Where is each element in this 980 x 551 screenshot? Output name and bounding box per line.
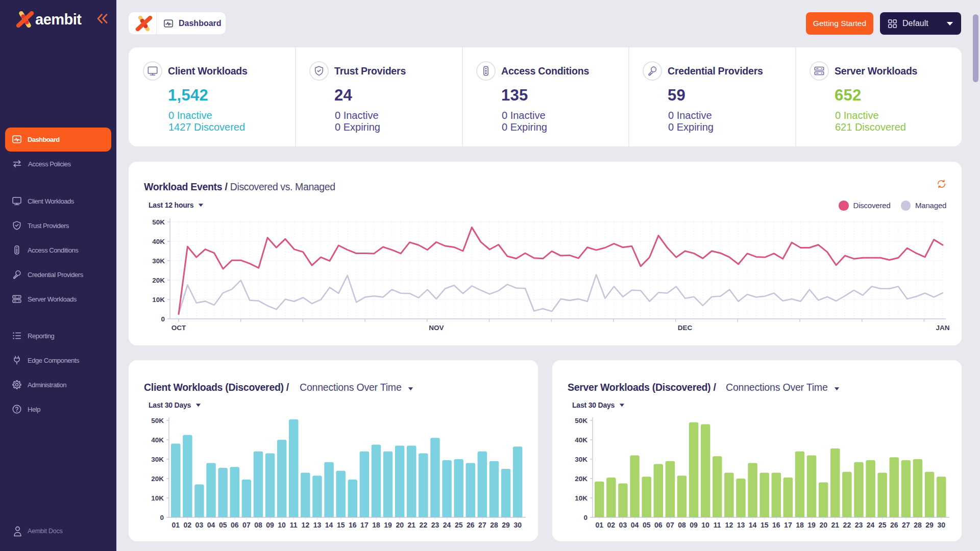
svg-text:10: 10 (278, 521, 286, 529)
svg-text:OCT: OCT (172, 324, 186, 332)
svg-text:06: 06 (654, 521, 663, 529)
svg-text:22: 22 (420, 521, 428, 529)
svg-text:29: 29 (925, 521, 934, 529)
svg-text:30: 30 (937, 521, 945, 529)
svg-text:19: 19 (384, 521, 392, 529)
svg-text:08: 08 (678, 521, 686, 529)
svg-text:27: 27 (902, 521, 910, 529)
svg-text:20K: 20K (151, 475, 164, 483)
svg-text:27: 27 (478, 521, 486, 529)
svg-text:40K: 40K (151, 436, 164, 444)
svg-text:10K: 10K (575, 494, 587, 502)
svg-text:25: 25 (878, 521, 887, 529)
svg-text:26: 26 (467, 521, 475, 529)
svg-text:10K: 10K (152, 296, 165, 304)
svg-text:24: 24 (867, 521, 875, 529)
svg-text:05: 05 (643, 521, 651, 529)
svg-text:01: 01 (172, 521, 180, 529)
svg-text:14: 14 (325, 521, 333, 529)
svg-text:04: 04 (207, 521, 215, 529)
svg-text:07: 07 (242, 521, 251, 529)
svg-text:13: 13 (737, 521, 745, 529)
svg-text:14: 14 (749, 521, 757, 529)
svg-text:24: 24 (443, 521, 451, 529)
svg-text:21: 21 (831, 521, 839, 529)
svg-text:03: 03 (619, 521, 627, 529)
svg-text:10: 10 (701, 521, 709, 529)
svg-text:20: 20 (819, 521, 827, 529)
svg-text:03: 03 (195, 521, 204, 529)
svg-text:02: 02 (184, 521, 192, 529)
svg-text:11: 11 (290, 521, 298, 529)
svg-text:NOV: NOV (429, 324, 444, 332)
svg-text:11: 11 (714, 521, 721, 529)
svg-text:06: 06 (231, 521, 239, 529)
svg-text:09: 09 (266, 521, 274, 529)
svg-text:50K: 50K (575, 417, 587, 424)
svg-text:50K: 50K (152, 218, 165, 226)
svg-text:16: 16 (349, 521, 357, 529)
svg-text:29: 29 (502, 521, 510, 529)
svg-text:15: 15 (337, 521, 345, 529)
svg-text:0: 0 (161, 315, 165, 323)
svg-text:30K: 30K (152, 257, 165, 265)
svg-text:28: 28 (914, 521, 922, 529)
svg-text:23: 23 (855, 521, 863, 529)
svg-text:01: 01 (595, 521, 603, 529)
svg-text:13: 13 (313, 521, 322, 529)
svg-text:08: 08 (254, 521, 262, 529)
svg-text:20K: 20K (575, 475, 587, 483)
svg-text:40K: 40K (152, 238, 165, 245)
svg-text:20K: 20K (152, 277, 165, 284)
svg-text:30: 30 (513, 521, 522, 529)
svg-text:12: 12 (725, 521, 733, 529)
svg-text:23: 23 (431, 521, 439, 529)
svg-text:26: 26 (890, 521, 898, 529)
svg-text:28: 28 (490, 521, 498, 529)
svg-text:50K: 50K (151, 417, 164, 424)
svg-text:02: 02 (607, 521, 616, 529)
svg-text:19: 19 (807, 521, 816, 529)
svg-text:0: 0 (583, 514, 587, 521)
svg-text:07: 07 (666, 521, 674, 529)
svg-text:JAN: JAN (936, 324, 949, 332)
svg-text:17: 17 (360, 521, 369, 529)
svg-text:15: 15 (761, 521, 769, 529)
svg-text:22: 22 (843, 521, 851, 529)
svg-text:16: 16 (772, 521, 780, 529)
svg-text:21: 21 (407, 521, 415, 529)
svg-text:DEC: DEC (678, 324, 693, 332)
svg-text:40K: 40K (575, 436, 587, 444)
svg-text:12: 12 (302, 521, 310, 529)
svg-text:20: 20 (396, 521, 404, 529)
svg-text:09: 09 (690, 521, 698, 529)
svg-text:25: 25 (455, 521, 463, 529)
svg-text:05: 05 (219, 521, 227, 529)
svg-text:18: 18 (372, 521, 380, 529)
svg-text:18: 18 (796, 521, 804, 529)
svg-text:17: 17 (784, 521, 792, 529)
svg-text:04: 04 (631, 521, 639, 529)
svg-text:30K: 30K (151, 456, 164, 463)
svg-text:10K: 10K (151, 494, 164, 502)
svg-text:30K: 30K (575, 456, 587, 463)
svg-text:0: 0 (160, 514, 164, 521)
